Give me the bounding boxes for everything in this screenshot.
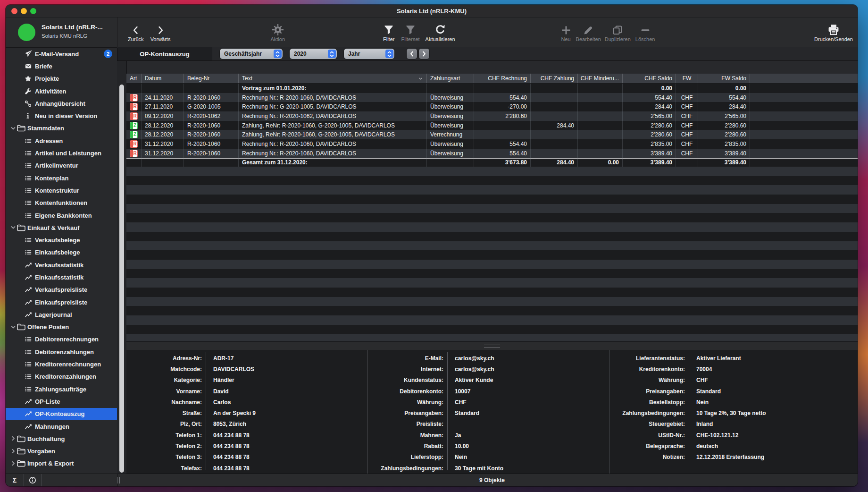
sidebar-item-anhanguebersicht[interactable]: Anhangübersicht	[6, 97, 117, 110]
aktion-button[interactable]: Aktion	[270, 23, 285, 42]
column-header-rechnung[interactable]: CHF Rechnung	[474, 74, 531, 83]
duplizieren-button[interactable]: Duplizieren	[605, 23, 631, 42]
cell-fw_saldo: 2'280.60	[698, 130, 750, 139]
select-jahr-wert[interactable]: 2020	[290, 49, 337, 59]
chevron-right-small-icon[interactable]	[10, 461, 16, 467]
table-row-24-11-2020-r-2020-1060-1[interactable]: R24.11.2020R-2020-1060Rechnung Nr.: R-20…	[126, 93, 858, 102]
sidebar-item-einkaufsbelege[interactable]: Einkaufsbelege	[6, 246, 117, 259]
filter-selects: Geschäftsjahr2020Jahr	[220, 49, 394, 59]
sidebar-item-artikel-und-leistungen[interactable]: Artikel und Leistungen	[6, 147, 117, 159]
sidebar-item-aktivitaeten[interactable]: Aktivitäten	[6, 85, 117, 97]
chevron-right-small-icon[interactable]	[10, 436, 16, 441]
column-header-zahlung[interactable]: CHF Zahlung	[531, 74, 578, 83]
sidebar-item-debitorenzahlungen[interactable]: Debitorenzahlungen	[6, 346, 117, 358]
column-header-fw_saldo[interactable]: FW Saldo	[698, 74, 750, 83]
sidebar-item-einkauf-verkauf[interactable]: Einkauf & Verkauf	[6, 221, 117, 234]
sidebar-item-lagerjournal[interactable]: Lagerjournal	[6, 308, 117, 321]
detail-value: Aktiver Kunde	[449, 377, 493, 383]
sidebar-item-import-export[interactable]: Import & Export	[6, 458, 117, 470]
vorwaerts-button[interactable]: Vorwärts	[150, 23, 171, 42]
bearbeiten-button[interactable]: Bearbeiten	[576, 23, 601, 42]
sidebar-item-neu-in-dieser-version[interactable]: Neu in dieser Version	[6, 110, 117, 122]
filter-button[interactable]: Filter	[383, 23, 394, 42]
panel-splitter[interactable]	[126, 341, 858, 351]
empty-row	[126, 167, 858, 176]
table-row-31-12-2020-r-2020-1060-7[interactable]: R31.12.2020R-2020-1060Rechnung Nr.: R-20…	[126, 149, 858, 158]
detail-value: 8053, Zürich	[208, 421, 246, 427]
sidebar-item-mahnungen[interactable]: Mahnungen	[6, 420, 117, 433]
column-header-minderung[interactable]: CHF Minderu...	[578, 74, 623, 83]
vertical-scrollbar[interactable]	[117, 61, 127, 474]
sidebar-item-vorgaben[interactable]: Vorgaben	[6, 445, 117, 458]
sidebar-item-op-liste[interactable]: OP-Liste	[6, 395, 117, 407]
sidebar-item-adressen[interactable]: Adressen	[6, 135, 117, 147]
table-row-total[interactable]: Gesamt zum 31.12.2020:3'673.80284.400.00…	[126, 158, 858, 168]
table-row-31-12-2020-r-2020-1060-6[interactable]: R31.12.2020R-2020-1060Rechnung Nr.: R-20…	[126, 139, 858, 149]
sidebar-item-verkaufspreisliste[interactable]: Verkaufspreisliste	[6, 284, 117, 296]
column-header-zahlungsart[interactable]: Zahlungsart	[427, 74, 474, 83]
select-geschaeftsjahr[interactable]: Geschäftsjahr	[220, 49, 283, 59]
sum-button[interactable]: Σ	[6, 474, 24, 486]
sidebar-item-kontenfunktionen[interactable]: Kontenfunktionen	[6, 197, 117, 209]
sidebar-item-debitorenrechnungen[interactable]: Debitorenrechnungen	[6, 333, 117, 346]
cell-fill	[750, 102, 858, 111]
detail-value: 044 234 88 78	[208, 465, 250, 472]
toolbar-button-label: Neu	[561, 37, 570, 42]
sidebar-item-stammdaten[interactable]: Stammdaten	[6, 122, 117, 135]
detail-row-zahlungsbedingungen: Zahlungsbedingungen:30 Tage mit Konto	[368, 463, 609, 474]
cell-datum: 09.12.2020	[142, 111, 184, 121]
chevron-right-small-icon[interactable]	[10, 449, 16, 454]
chevron-down-small-icon[interactable]	[10, 324, 16, 330]
sidebar-item-op-kontoauszug[interactable]: OP-Kontoauszug	[6, 408, 117, 420]
chevron-down-small-icon[interactable]	[10, 225, 16, 230]
sidebar-item-verkaufsstatistik[interactable]: Verkaufsstatistik	[6, 259, 117, 271]
sidebar-item-zahlungsauftraege[interactable]: Zahlungsaufträge	[6, 383, 117, 395]
sidebar-item-kreditorenrechnungen[interactable]: Kreditorenrechnungen	[6, 358, 117, 370]
column-header-text[interactable]: Text	[239, 74, 427, 83]
scrollbar-thumb[interactable]	[119, 85, 124, 473]
sidebar-item-artikelinventur[interactable]: Artikelinventur	[6, 160, 117, 172]
sidebar-item-eigene-bankkonten[interactable]: Eigene Bankkonten	[6, 209, 117, 221]
previous-period-button[interactable]	[407, 49, 417, 59]
table-row-carry[interactable]: Vortrag zum 01.01.2020:0.000.00	[126, 84, 858, 93]
table-row-28-12-2020-r-2020-1060-5[interactable]: Z28.12.2020R-2020-1060Zahlung, ReNr: R-2…	[126, 130, 858, 139]
column-header-art[interactable]: Art	[126, 74, 142, 83]
sidebar-item-kontenplan[interactable]: Kontenplan	[6, 172, 117, 184]
sidebar-item-buchhaltung[interactable]: Buchhaltung	[6, 433, 117, 445]
sidebar-item-kreditorenzahlungen[interactable]: Kreditorenzahlungen	[6, 371, 117, 383]
column-header-fill[interactable]	[750, 74, 858, 83]
detail-value: Aktiver Lieferant	[691, 355, 741, 362]
list-icon	[25, 249, 32, 256]
sidebar-item-label: Briefe	[35, 63, 52, 70]
column-header-beleg[interactable]: Beleg-Nr	[184, 74, 239, 83]
sidebar-item-offene-posten[interactable]: Offene Posten	[6, 321, 117, 333]
sidebar-item-projekte[interactable]: Projekte	[6, 73, 117, 85]
sidebar-item-einkaufspreisliste[interactable]: Einkaufspreisliste	[6, 296, 117, 308]
drucken-button[interactable]: Drucken/Senden	[814, 23, 853, 42]
sidebar-item-kontenstruktur[interactable]: Kontenstruktur	[6, 184, 117, 196]
sidebar-item-label: Kontenplan	[35, 175, 69, 182]
info-button[interactable]	[24, 474, 42, 486]
sidebar-item-briefe[interactable]: Briefe	[6, 60, 117, 72]
column-header-datum[interactable]: Datum	[142, 74, 184, 83]
loeschen-button[interactable]: Löschen	[635, 23, 655, 42]
sidebar-item-verkaufsbelege[interactable]: Verkaufsbelege	[6, 234, 117, 246]
sidebar-item-e-mail-versand[interactable]: E-Mail-Versand2	[6, 48, 117, 60]
company-profile[interactable]: Solaris Ltd (nRLR-... Solaris KMU nRLG	[6, 17, 117, 47]
chevron-left-icon	[132, 25, 140, 35]
column-header-saldo[interactable]: CHF Saldo	[623, 74, 676, 83]
chevron-down-small-icon[interactable]	[10, 126, 16, 131]
zurueck-button[interactable]: Zurück	[128, 23, 144, 42]
next-period-button[interactable]	[419, 49, 429, 59]
table-row-09-12-2020-r-2020-1062-3[interactable]: R09.12.2020R-2020-1062Rechnung Nr.: R-20…	[126, 111, 858, 121]
tab-op-kontoauszug[interactable]: OP-Kontoauszug	[117, 47, 212, 60]
column-header-fw[interactable]: FW	[676, 74, 698, 83]
filterset-button[interactable]: Filterset	[401, 23, 419, 42]
list-icon	[25, 150, 32, 157]
aktualisieren-button[interactable]: Aktualisieren	[426, 23, 455, 42]
sidebar-item-einkaufsstatistik[interactable]: Einkaufsstatistik	[6, 271, 117, 283]
select-periode[interactable]: Jahr	[344, 49, 394, 59]
table-row-27-11-2020-g-2020-1005-2[interactable]: R27.11.2020G-2020-1005Rechnung Nr.: G-20…	[126, 102, 858, 111]
table-row-28-12-2020-r-2020-1060-4[interactable]: Z28.12.2020R-2020-1060Zahlung, ReNr: R-2…	[126, 121, 858, 130]
neu-button[interactable]: Neu	[561, 23, 571, 42]
